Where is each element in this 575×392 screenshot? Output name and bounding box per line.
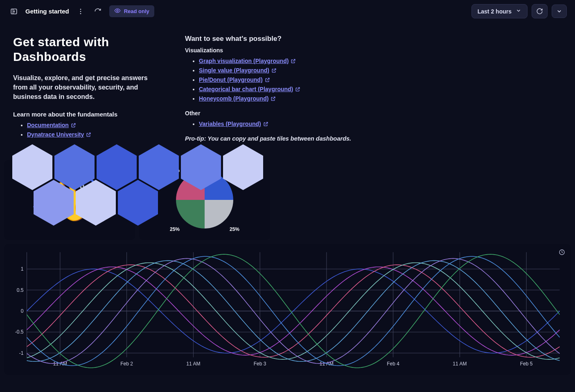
- timerange-label: Last 2 hours: [478, 8, 512, 15]
- collapse-sidebar-button[interactable]: [8, 6, 20, 17]
- hero-lead: Visualize, explore, and get precise answ…: [13, 73, 160, 102]
- list-item: Honeycomb (Playground): [199, 95, 351, 103]
- learn-links: Documentation Dynatrace University: [13, 122, 160, 139]
- external-link-icon: [271, 96, 276, 103]
- list-item: Single value (Playground): [199, 67, 351, 74]
- list-item: Documentation: [27, 122, 160, 129]
- hexagon-cell: [181, 144, 221, 190]
- topbar: Getting started Read only Last 2 hours: [0, 0, 575, 22]
- svg-text:1: 1: [21, 266, 24, 272]
- clock-icon: [559, 249, 565, 257]
- tile-honeycomb[interactable]: [4, 160, 44, 206]
- hexagon-cell: [223, 144, 263, 190]
- link-single-value[interactable]: Single value (Playground): [199, 67, 269, 74]
- svg-text:-1: -1: [19, 350, 24, 356]
- line-chart-svg: -1-0.500.5111 AMFeb 211 AMFeb 311 AMFeb …: [11, 248, 564, 369]
- link-graph-viz[interactable]: Graph visualization (Playground): [199, 58, 289, 64]
- timerange-picker[interactable]: Last 2 hours: [471, 4, 528, 18]
- viz-links: Graph visualization (Playground) Single …: [185, 58, 351, 103]
- external-link-icon: [86, 132, 91, 139]
- other-links: Variables (Playground): [185, 121, 351, 128]
- viz-heading: Visualizations: [185, 47, 351, 54]
- link-pie[interactable]: Pie/Donut (Playground): [199, 76, 263, 83]
- pro-tip: Pro-tip: You can copy and paste tiles be…: [185, 135, 351, 142]
- external-link-icon: [271, 68, 277, 74]
- svg-point-5: [117, 10, 118, 11]
- svg-text:11 AM: 11 AM: [453, 361, 467, 367]
- pie-label: 25%: [170, 226, 180, 232]
- topbar-right: Last 2 hours: [471, 4, 567, 18]
- hero-right: Want to see what's possible? Visualizati…: [185, 35, 351, 148]
- list-item: Variables (Playground): [199, 121, 351, 128]
- svg-point-2: [80, 9, 81, 10]
- svg-text:Feb 4: Feb 4: [387, 361, 399, 367]
- list-item: Graph visualization (Playground): [199, 58, 351, 65]
- svg-text:-0.5: -0.5: [15, 329, 24, 335]
- external-link-icon: [263, 121, 268, 128]
- possible-heading: Want to see what's possible?: [185, 35, 351, 43]
- chevron-down-icon: [516, 8, 521, 15]
- link-documentation[interactable]: Documentation: [27, 122, 69, 128]
- hero-section: Get started with Dashboards Visualize, e…: [0, 22, 575, 160]
- svg-text:Feb 2: Feb 2: [120, 361, 133, 367]
- list-item: Dynatrace University: [27, 131, 160, 139]
- svg-text:0.5: 0.5: [17, 287, 24, 293]
- link-bar[interactable]: Categorical bar chart (Playground): [199, 86, 293, 92]
- learn-heading: Learn more about the fundamentals: [13, 111, 160, 118]
- external-link-icon: [265, 77, 270, 84]
- list-item: Pie/Donut (Playground): [199, 76, 351, 84]
- link-variables[interactable]: Variables (Playground): [199, 121, 261, 127]
- page-title: Getting started: [25, 8, 69, 15]
- readonly-label: Read only: [124, 8, 149, 14]
- external-link-icon: [291, 58, 296, 65]
- hexagon-cell: [34, 180, 74, 226]
- external-link-icon: [71, 123, 76, 129]
- honeycomb-grid: [12, 146, 44, 220]
- pie-label: 25%: [230, 226, 239, 232]
- svg-text:11 AM: 11 AM: [186, 361, 200, 367]
- tile-line-chart[interactable]: -1-0.500.5111 AMFeb 211 AMFeb 311 AMFeb …: [4, 244, 571, 375]
- list-item: Categorical bar chart (Playground): [199, 86, 351, 93]
- readonly-badge: Read only: [109, 5, 154, 17]
- refresh-button[interactable]: [532, 4, 548, 18]
- hexagon-cell: [76, 180, 116, 226]
- sync-icon[interactable]: [92, 6, 104, 17]
- hexagon-cell: [118, 180, 158, 226]
- refresh-options-button[interactable]: [552, 4, 567, 18]
- svg-point-4: [80, 13, 81, 14]
- svg-text:Feb 3: Feb 3: [254, 361, 266, 367]
- more-menu-button[interactable]: [75, 6, 86, 17]
- other-heading: Other: [185, 110, 351, 116]
- link-honeycomb[interactable]: Honeycomb (Playground): [199, 95, 268, 102]
- link-university[interactable]: Dynatrace University: [27, 131, 84, 138]
- hero-heading: Get started with Dashboards: [13, 35, 160, 64]
- svg-text:0: 0: [21, 308, 24, 314]
- external-link-icon: [295, 87, 300, 93]
- hero-left: Get started with Dashboards Visualize, e…: [13, 35, 160, 146]
- tile-row: 👋 25% 25% 25% 25%: [0, 160, 575, 240]
- eye-icon: [114, 7, 121, 15]
- svg-point-3: [80, 11, 81, 12]
- svg-text:Feb 5: Feb 5: [520, 361, 533, 367]
- topbar-left: Getting started Read only: [8, 5, 154, 17]
